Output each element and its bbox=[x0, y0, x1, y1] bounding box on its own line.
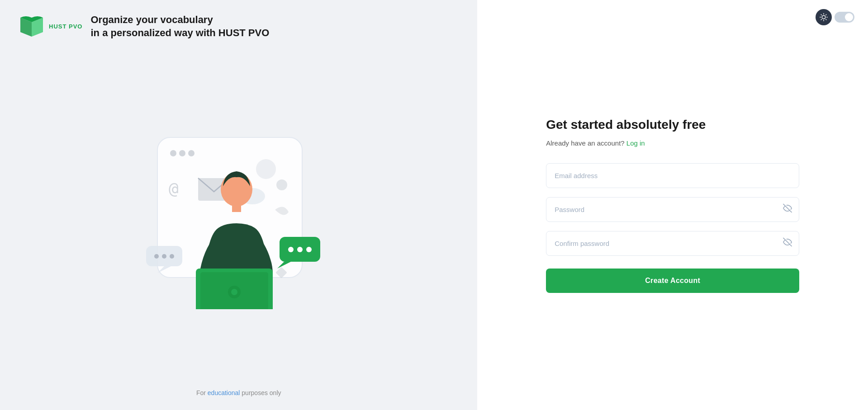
password-eye-icon[interactable] bbox=[783, 204, 792, 215]
svg-text:@: @ bbox=[169, 179, 179, 198]
confirm-password-eye-icon[interactable] bbox=[783, 238, 792, 249]
dark-mode-toggle[interactable] bbox=[835, 12, 854, 23]
create-account-button[interactable]: Create Account bbox=[546, 269, 799, 293]
headline: Organize your vocabulary in a personaliz… bbox=[90, 14, 269, 39]
logo-icon bbox=[18, 14, 45, 39]
logo-text: HUST PVO bbox=[49, 23, 82, 30]
logo-container: HUST PVO bbox=[18, 14, 82, 39]
svg-point-20 bbox=[221, 172, 252, 207]
svg-point-3 bbox=[188, 150, 194, 156]
form-container: Get started absolutely free Already have… bbox=[546, 118, 799, 293]
password-group bbox=[546, 197, 799, 222]
svg-point-11 bbox=[297, 247, 303, 252]
svg-point-12 bbox=[306, 247, 312, 252]
svg-rect-21 bbox=[232, 203, 241, 212]
svg-point-15 bbox=[154, 254, 159, 259]
svg-point-25 bbox=[231, 289, 237, 295]
signup-form: Create Account bbox=[546, 163, 799, 293]
login-link[interactable]: Log in bbox=[626, 139, 645, 147]
confirm-password-group bbox=[546, 231, 799, 256]
svg-point-1 bbox=[170, 150, 176, 156]
footer-highlight: educational bbox=[208, 389, 240, 396]
svg-point-10 bbox=[288, 247, 294, 252]
illustration-area: @ bbox=[103, 39, 375, 389]
footer-text: For educational purposes only bbox=[196, 389, 281, 396]
email-input[interactable] bbox=[546, 163, 799, 188]
confirm-password-input[interactable] bbox=[546, 231, 799, 256]
form-title: Get started absolutely free bbox=[546, 118, 799, 132]
svg-point-17 bbox=[170, 254, 174, 259]
right-panel: Get started absolutely free Already have… bbox=[477, 0, 868, 410]
svg-point-2 bbox=[179, 150, 185, 156]
email-group bbox=[546, 163, 799, 188]
left-panel: HUST PVO Organize your vocabulary in a p… bbox=[0, 0, 477, 410]
theme-icon[interactable] bbox=[816, 9, 832, 25]
theme-toggle[interactable] bbox=[816, 9, 854, 25]
password-input[interactable] bbox=[546, 197, 799, 222]
svg-line-34 bbox=[826, 14, 826, 15]
svg-line-30 bbox=[826, 19, 826, 20]
header: HUST PVO Organize your vocabulary in a p… bbox=[18, 14, 459, 39]
svg-point-16 bbox=[162, 254, 166, 259]
illustration: @ bbox=[121, 119, 356, 309]
header-tagline: Organize your vocabulary in a personaliz… bbox=[90, 14, 269, 39]
svg-point-26 bbox=[822, 15, 825, 19]
svg-point-6 bbox=[256, 159, 276, 179]
sun-icon bbox=[820, 13, 828, 21]
login-prompt: Already have an account? Log in bbox=[546, 139, 799, 147]
svg-line-33 bbox=[821, 19, 821, 20]
svg-point-7 bbox=[276, 179, 287, 190]
svg-line-29 bbox=[821, 14, 821, 15]
